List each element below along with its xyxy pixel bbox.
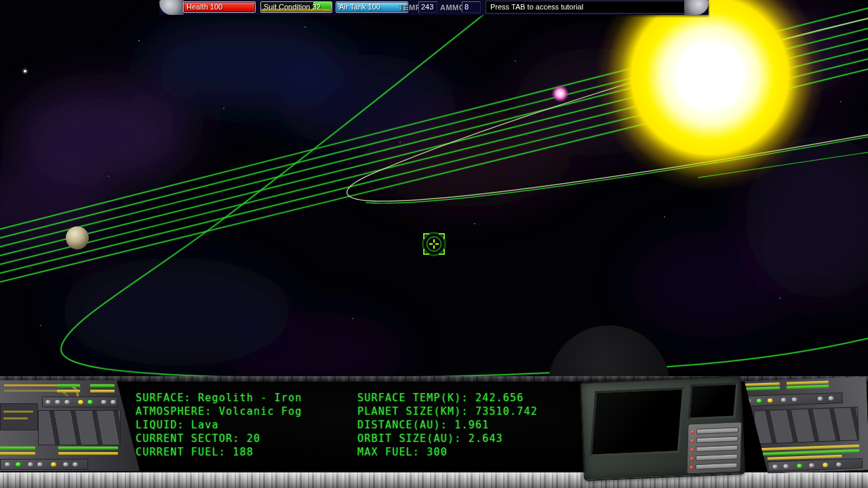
panel-button-yellow[interactable] — [51, 462, 56, 467]
suit-condition-bar-label: Suit Condition 32 — [261, 2, 332, 12]
indicator-stripe — [742, 386, 780, 390]
panel-button-green[interactable] — [797, 464, 802, 468]
indicator-stripe — [0, 452, 35, 455]
panel-button[interactable] — [37, 462, 43, 467]
temp-value: 243 — [418, 1, 437, 13]
indicator-stripe — [58, 452, 118, 455]
led-button-row[interactable] — [691, 435, 738, 444]
panel-button[interactable] — [783, 464, 789, 469]
indicator-stripe — [3, 411, 33, 413]
red-led-icon — [690, 448, 694, 451]
panel-button[interactable] — [45, 400, 51, 405]
surface-readout: SURFACE: Regolith - Iron — [136, 391, 302, 405]
button-label-plate — [695, 462, 737, 470]
console-screen-large — [590, 388, 685, 457]
panel-button-green[interactable] — [16, 462, 21, 467]
panel-button[interactable] — [792, 397, 797, 402]
button-label-plate — [696, 427, 738, 434]
led-button-panel — [686, 422, 742, 474]
red-led-icon — [691, 439, 694, 443]
panel-button[interactable] — [28, 462, 33, 467]
indicator-stripe — [787, 381, 829, 385]
tan-planet[interactable] — [66, 226, 89, 249]
panel-button[interactable] — [829, 396, 834, 401]
hud-right-endcap — [684, 0, 709, 15]
button-row-panel — [768, 458, 863, 472]
status-hud-bar: Health 100 Suit Condition 32 Air Tank 10… — [159, 0, 709, 15]
panel-button[interactable] — [73, 462, 78, 467]
red-led-icon — [690, 457, 694, 460]
right-console — [580, 375, 745, 481]
surface-temp-readout: SURFACE TEMP(K): 242.656 — [357, 391, 538, 405]
indicator-stripe — [742, 382, 780, 386]
max-fuel-readout: MAX FUEL: 300 — [357, 445, 538, 459]
panel-button[interactable] — [55, 400, 60, 405]
tutorial-hint: Press TAB to access tutorial — [486, 1, 686, 14]
button-row-panel — [0, 459, 88, 470]
led-button-row[interactable] — [690, 444, 738, 453]
panel-button[interactable] — [111, 400, 116, 405]
indicator-stripe — [58, 447, 118, 449]
indicator-stripe — [57, 384, 80, 387]
panel-button[interactable] — [781, 398, 787, 403]
panel-button[interactable] — [5, 462, 10, 467]
cockpit-dashboard: SURFACE: Regolith - Iron ATMOSPHERE: Vol… — [0, 376, 868, 488]
panel-button[interactable] — [818, 396, 823, 401]
side-panel — [0, 403, 38, 430]
air-tank-bar: Air Tank 100 — [336, 1, 408, 13]
panel-button[interactable] — [63, 462, 68, 467]
button-label-plate — [696, 445, 738, 452]
indicator-stripe — [3, 418, 28, 420]
panel-button-yellow[interactable] — [823, 463, 828, 468]
ribbed-vent-panel — [753, 407, 859, 444]
planet-info-left-column: SURFACE: Regolith - Iron ATMOSPHERE: Vol… — [136, 391, 302, 459]
console-screen-small — [688, 382, 738, 420]
health-bar: Health 100 — [183, 1, 256, 13]
suit-condition-bar: Suit Condition 32 — [260, 1, 332, 13]
indicator-stripe — [57, 390, 80, 392]
panel-button[interactable] — [772, 464, 778, 469]
atmosphere-readout: ATMOSPHERE: Volcanic Fog — [136, 405, 302, 418]
led-button-row[interactable] — [691, 426, 738, 435]
distance-readout: DISTANCE(AU): 1.961 — [357, 418, 538, 432]
button-label-plate — [696, 453, 738, 461]
panel-button-green[interactable] — [87, 400, 93, 405]
panel-button-green[interactable] — [757, 399, 762, 403]
health-bar-label: Health 100 — [184, 2, 255, 12]
air-tank-bar-label: Air Tank 100 — [336, 2, 408, 12]
hud-left-endcap — [159, 0, 184, 15]
current-fuel-readout: CURRENT FUEL: 188 — [136, 445, 302, 459]
current-sector-readout: CURRENT SECTOR: 20 — [136, 432, 302, 445]
indicator-stripe — [0, 447, 35, 449]
panel-button[interactable] — [836, 462, 842, 467]
panel-button[interactable] — [64, 400, 70, 405]
panel-button[interactable] — [809, 463, 814, 468]
planet-size-readout: PLANET SIZE(KM): 73510.742 — [357, 405, 538, 418]
ammo-value: 8 — [462, 1, 481, 13]
liquid-readout: LIQUID: Lava — [136, 418, 302, 432]
led-button-row[interactable] — [690, 462, 737, 470]
indicator-stripe — [90, 384, 115, 387]
button-row-panel — [42, 396, 118, 407]
red-led-icon — [691, 430, 694, 434]
planet-info-right-column: SURFACE TEMP(K): 242.656 PLANET SIZE(KM)… — [357, 391, 538, 459]
panel-button-yellow[interactable] — [78, 400, 83, 405]
pink-planet[interactable] — [551, 85, 569, 102]
button-row-panel — [741, 392, 842, 407]
panel-button-yellow[interactable] — [768, 398, 773, 403]
game-screen: Health 100 Suit Condition 32 Air Tank 10… — [0, 0, 868, 488]
button-label-plate — [696, 436, 738, 443]
left-dashboard-machinery — [0, 380, 140, 471]
panel-button[interactable] — [101, 400, 106, 405]
led-button-row[interactable] — [690, 453, 738, 462]
indicator-stripe — [90, 390, 115, 392]
orbit-size-readout: ORBIT SIZE(AU): 2.643 — [357, 432, 538, 445]
ribbed-vent-panel — [38, 410, 121, 445]
red-led-icon — [690, 466, 693, 469]
indicator-stripe — [787, 385, 829, 389]
